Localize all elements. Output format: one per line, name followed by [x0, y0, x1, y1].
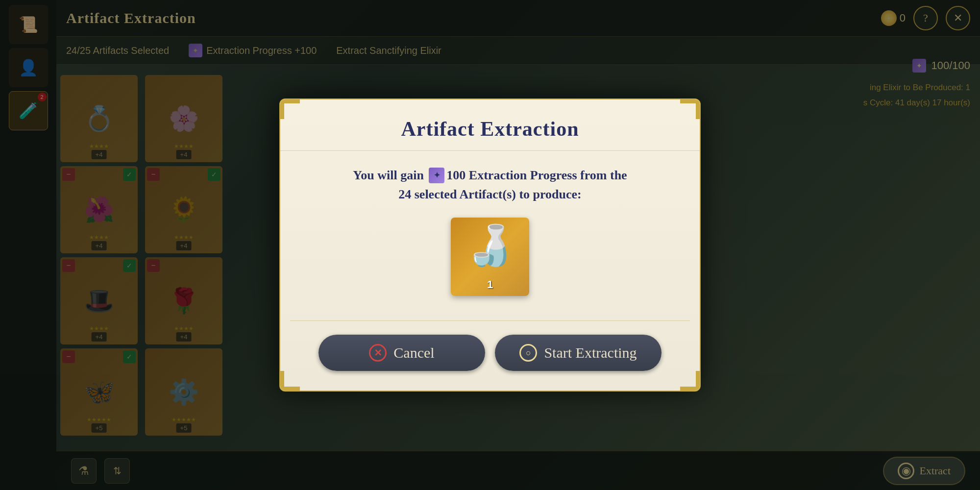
cancel-x-icon: ✕	[369, 344, 387, 362]
cancel-label: Cancel	[393, 344, 434, 361]
item-display: 🍶 1	[300, 218, 680, 296]
desc-part2: 24 selected Artifact(s) to produce:	[398, 187, 582, 201]
cancel-button[interactable]: ✕ Cancel	[318, 335, 485, 371]
start-label: Start Extracting	[544, 344, 637, 361]
modal-footer: ✕ Cancel ○ Start Extracting	[280, 335, 700, 391]
modal-description: You will gain ✦100 Extraction Progress f…	[300, 166, 680, 204]
desc-progress: 100 Extraction Progress from the	[446, 168, 627, 182]
start-circle-icon: ○	[519, 344, 537, 362]
inline-extraction-icon: ✦	[429, 168, 444, 183]
reward-item-card: 🍶 1	[451, 218, 529, 296]
modal-header: Artifact Extraction	[280, 99, 700, 151]
potion-item-image: 🍶	[466, 222, 514, 269]
start-extracting-button[interactable]: ○ Start Extracting	[495, 335, 662, 371]
desc-part1: You will gain	[353, 168, 427, 182]
modal-title: Artifact Extraction	[300, 117, 680, 141]
modal-body: You will gain ✦100 Extraction Progress f…	[280, 151, 700, 320]
artifact-extraction-modal: Artifact Extraction You will gain ✦100 E…	[279, 98, 701, 392]
modal-divider	[290, 320, 690, 321]
item-quantity: 1	[487, 278, 493, 291]
